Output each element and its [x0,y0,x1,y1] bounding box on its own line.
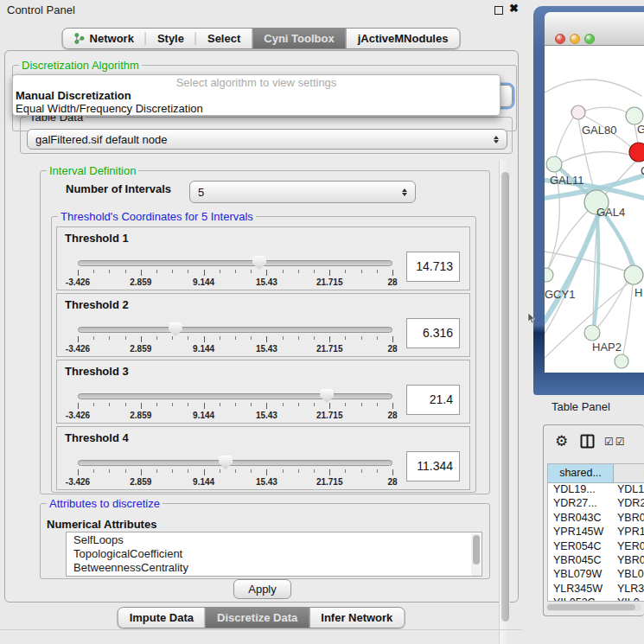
tick-label: -3.426 [66,411,90,420]
tab-network[interactable]: Network [63,29,145,48]
table-horizontal-scrollbar[interactable] [546,603,641,611]
unnamed-node-top-right[interactable] [626,107,643,124]
table-cell[interactable]: YDR2 [614,497,644,511]
tick-mark [220,403,220,406]
threshold-value-field[interactable]: 14.713 [406,252,460,282]
numerical-attribute-item[interactable]: BetweennessCentrality [67,560,481,574]
node-attribute-table[interactable]: shared... n YDL19...YDL1YDR27...YDR2YBR0… [547,463,644,602]
table-data-combobox[interactable]: galFiltered.sif default node [27,129,507,150]
tab-discretize-data[interactable]: Discretize Data [205,608,309,628]
network-edge[interactable] [585,107,628,113]
column-header-shared-name[interactable]: shared... [548,464,614,482]
checkbox-columns-icon[interactable]: ☑☑ [604,436,627,448]
tab-cyni-toolbox[interactable]: Cyni Toolbox [252,29,346,48]
network-edge[interactable] [545,251,632,273]
table-cell[interactable]: YDL1 [614,483,644,497]
tab-style[interactable]: Style [146,29,195,48]
tick-mark [235,403,236,406]
threshold-slider[interactable]: -3.4262.8599.14415.4321.71528 [78,320,392,354]
table-row[interactable]: YDR27...YDR2 [548,497,644,511]
threshold-slider[interactable]: -3.4262.8599.14415.4321.71528 [78,386,392,421]
slider-track[interactable] [78,460,392,466]
network-edge[interactable] [561,152,632,163]
float-window-icon[interactable] [494,6,503,15]
table-cell[interactable]: YDL19... [548,483,614,497]
scrollbar-thumb[interactable] [547,604,635,610]
scrollbar-thumb[interactable] [473,535,480,564]
table-row[interactable]: YBR043CYBR0 [548,512,644,526]
table-cell[interactable]: YIL052C [548,596,614,602]
dropdown-option-equal-width[interactable]: Equal Width/Frequency Discretization [16,102,497,115]
table-row[interactable]: YER054CYER0 [548,540,644,554]
number-of-intervals-combobox[interactable]: 5 [189,181,416,203]
slider-thumb[interactable] [320,389,334,403]
close-traffic-light[interactable] [555,34,565,44]
table-row[interactable]: YPR145WYPR1 [548,526,644,539]
table-row[interactable]: YBR045CYBR0 [548,554,644,568]
scrollbar-thumb[interactable] [501,172,509,622]
tab-jactivemnodules[interactable]: jActiveMNodules [347,29,460,48]
slider-track[interactable] [78,393,392,399]
zoom-traffic-light[interactable] [584,34,595,44]
GAL80-node[interactable] [571,105,585,119]
threshold-value-field[interactable]: 6.316 [406,318,460,348]
table-cell[interactable]: YPR145W [548,526,614,539]
table-row[interactable]: YDL19...YDL1 [548,483,644,497]
numerical-attribute-item[interactable]: TopologicalCoefficient [67,546,481,560]
threshold-slider[interactable]: -3.4262.8599.14415.4321.71528 [78,453,392,488]
network-view[interactable]: GAL80GCGAL11GAL4GCY1HHAP2 [545,46,644,373]
HAP2-node[interactable] [584,325,600,341]
network-edge[interactable] [545,80,641,96]
H-node[interactable] [624,265,643,284]
apply-button[interactable]: Apply [233,579,291,599]
GCY1-node[interactable] [545,268,553,282]
slider-track[interactable] [78,327,392,333]
numerical-attribute-item[interactable]: SelfLoops [67,532,481,546]
tick-mark [172,336,173,340]
network-edge[interactable] [556,118,573,157]
table-cell[interactable]: YLR3 [614,583,644,596]
threshold-slider[interactable]: -3.4262.8599.14415.4321.71528 [78,253,392,288]
close-icon[interactable]: ✖ [509,2,519,15]
threshold-value-field[interactable]: 21.4 [406,385,460,415]
column-header-name[interactable]: n [614,464,644,482]
gear-icon[interactable]: ⚙ [555,432,568,450]
tab-infer-network[interactable]: Infer Network [309,608,404,628]
tab-infer-network-label: Infer Network [321,611,392,624]
table-row[interactable]: YBL079WYBL0 [548,568,644,582]
table-cell[interactable]: YBR0 [614,512,644,526]
network-window-titlebar[interactable] [545,12,644,46]
table-row[interactable]: YLR345WYLR3 [548,583,644,596]
list-scrollbar[interactable] [471,533,481,577]
table-cell[interactable]: YPR1 [614,526,644,539]
table-cell[interactable]: YIL0 [614,596,644,602]
table-cell[interactable]: YER0 [614,540,644,554]
table-cell[interactable]: YBR043C [548,512,614,526]
minimize-traffic-light[interactable] [570,34,580,44]
split-columns-icon[interactable] [580,434,595,449]
table-cell[interactable]: YER054C [548,540,614,554]
table-cell[interactable]: YDR27... [548,497,614,511]
red-highlighted-node[interactable] [629,143,644,162]
slider-track[interactable] [78,260,392,266]
table-cell[interactable]: YBR0 [614,554,644,568]
numerical-attributes-listbox[interactable]: SelfLoopsTopologicalCoefficientBetweenne… [66,532,482,577]
tick-label: 28 [387,277,397,287]
tab-select[interactable]: Select [196,29,252,48]
GAL11-node[interactable] [546,156,562,172]
table-cell[interactable]: YBL079W [548,568,614,582]
network-edge[interactable] [623,284,633,354]
tab-select-label: Select [207,32,240,45]
dropdown-option-manual[interactable]: Manual Discretization [16,89,497,102]
table-cell[interactable]: YLR345W [548,583,614,596]
table-cell[interactable]: YBL0 [614,568,644,582]
threshold-value-field[interactable]: 11.344 [406,451,460,481]
tab-impute-data[interactable]: Impute Data [118,608,205,628]
table-row[interactable]: YIL052CYIL0 [548,596,644,602]
settings-vertical-scrollbar[interactable] [499,160,510,644]
bottom-node[interactable] [615,354,628,368]
slider-thumb[interactable] [169,322,182,336]
table-cell[interactable]: YBR045C [548,554,614,568]
slider-thumb[interactable] [252,256,266,270]
slider-thumb[interactable] [219,456,233,469]
